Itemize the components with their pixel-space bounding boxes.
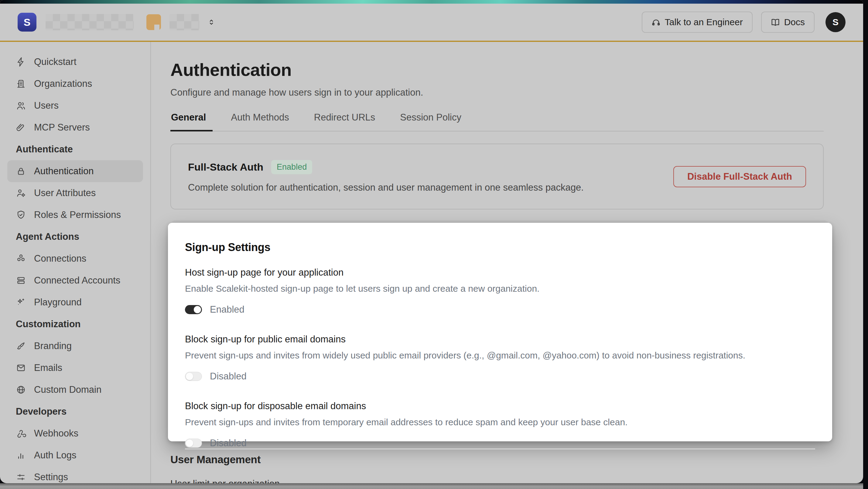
chevrons-up-down-icon[interactable] — [207, 18, 216, 26]
headphones-icon — [651, 18, 660, 27]
sidebar-item-emails[interactable]: Emails — [7, 357, 143, 379]
sidebar-item-user-attributes[interactable]: User Attributes — [7, 182, 143, 204]
page-subtitle: Configure and manage how users sign in t… — [170, 87, 824, 98]
signup-settings-spotlight: Sign-up Settings Host sign-up page for y… — [168, 223, 832, 441]
cubes-icon — [16, 254, 26, 264]
workspace-name-redacted — [45, 14, 134, 30]
block-public-email-toggle-label: Disabled — [210, 371, 247, 382]
block-disposable-email-toggle-label: Disabled — [210, 438, 247, 449]
user-limit-title: User limit per organization — [170, 478, 824, 483]
users-icon — [16, 100, 26, 111]
aurora-gradient-strip — [0, 0, 863, 4]
user-management-section: User Management User limit per organizat… — [170, 454, 824, 483]
sidebar-section-authenticate: Authenticate — [7, 138, 143, 160]
disable-fullstack-auth-button[interactable]: Disable Full-Stack Auth — [673, 166, 806, 187]
mail-icon — [16, 363, 26, 373]
shield-check-icon — [16, 210, 26, 220]
sparkles-icon — [16, 297, 26, 307]
block-public-email-toggle[interactable] — [185, 372, 202, 381]
setting-block-disposable-email: Block sign-up for disposable email domai… — [185, 401, 815, 449]
project-name-redacted — [169, 14, 199, 30]
top-bar-actions: Talk to an Engineer Docs S — [642, 11, 845, 33]
sidebar-item-mcp-servers[interactable]: MCP Servers — [7, 117, 143, 138]
user-management-title: User Management — [170, 454, 824, 466]
screen: S Talk to an Engineer — [0, 0, 868, 489]
logo: S — [18, 13, 36, 32]
user-gear-icon — [16, 188, 26, 198]
sidebar-item-connected-accounts[interactable]: Connected Accounts — [7, 269, 143, 291]
sliders-icon — [16, 472, 26, 482]
sidebar-item-organizations[interactable]: Organizations — [7, 73, 143, 95]
sidebar-item-connections[interactable]: Connections — [7, 248, 143, 269]
tab-auth-methods[interactable]: Auth Methods — [220, 112, 300, 131]
book-open-icon — [771, 18, 780, 27]
building-icon — [16, 78, 26, 89]
talk-to-engineer-label: Talk to an Engineer — [665, 17, 743, 27]
docs-button[interactable]: Docs — [761, 11, 814, 33]
paperclip-icon — [16, 122, 26, 133]
tab-bar: General Auth Methods Redirect URLs Sessi… — [170, 112, 824, 131]
signup-settings-card: Sign-up Settings Host sign-up page for y… — [168, 223, 832, 441]
globe-icon — [16, 385, 26, 395]
project-icon-redacted — [146, 14, 161, 30]
sidebar-section-agent-actions: Agent Actions — [7, 226, 143, 248]
lock-icon — [16, 166, 26, 176]
sidebar-item-auth-logs[interactable]: Auth Logs — [7, 445, 143, 466]
main-content: Authentication Configure and manage how … — [151, 42, 863, 483]
host-signup-toggle[interactable] — [185, 305, 202, 314]
sidebar-item-webhooks[interactable]: Webhooks — [7, 423, 143, 445]
zap-icon — [16, 57, 26, 67]
tab-session-policy[interactable]: Session Policy — [389, 112, 472, 131]
host-signup-toggle-label: Enabled — [210, 304, 245, 315]
fullstack-auth-title: Full-Stack Auth — [188, 161, 263, 173]
signup-settings-title: Sign-up Settings — [185, 241, 815, 254]
sidebar-item-authentication[interactable]: Authentication — [7, 160, 143, 182]
sidebar-item-roles-permissions[interactable]: Roles & Permissions — [7, 204, 143, 226]
docs-label: Docs — [784, 17, 805, 27]
desktop-background — [0, 483, 863, 489]
bar-chart-icon — [16, 450, 26, 460]
sidebar-section-customization: Customization — [7, 313, 143, 335]
sidebar-item-quickstart[interactable]: Quickstart — [7, 51, 143, 73]
user-avatar[interactable]: S — [826, 12, 845, 32]
setting-block-public-email: Block sign-up for public email domains P… — [185, 334, 815, 382]
fullstack-auth-card: Full-Stack Auth Enabled Complete solutio… — [170, 143, 824, 209]
block-disposable-email-toggle[interactable] — [185, 438, 202, 448]
sidebar-item-branding[interactable]: Branding — [7, 335, 143, 357]
sidebar-section-developers: Developers — [7, 401, 143, 423]
stacked-cards-icon — [16, 275, 26, 286]
talk-to-engineer-button[interactable]: Talk to an Engineer — [642, 11, 752, 33]
tab-redirect-urls[interactable]: Redirect URLs — [303, 112, 386, 131]
sidebar-item-playground[interactable]: Playground — [7, 291, 143, 313]
top-bar: S Talk to an Engineer — [0, 4, 863, 41]
sidebar-item-settings[interactable]: Settings — [7, 466, 143, 483]
paintbrush-icon — [16, 341, 26, 351]
enabled-badge: Enabled — [271, 160, 312, 174]
sidebar-item-users[interactable]: Users — [7, 95, 143, 117]
sidebar: Quickstart Organizations Users MCP Serve… — [0, 42, 151, 483]
sidebar-item-custom-domain[interactable]: Custom Domain — [7, 379, 143, 401]
card-divider — [185, 449, 815, 449]
workspace-switcher[interactable]: S — [18, 13, 216, 32]
tab-general[interactable]: General — [170, 112, 217, 131]
page-title: Authentication — [170, 60, 824, 80]
app-window: S Talk to an Engineer — [0, 0, 863, 483]
fullstack-auth-description: Complete solution for authentication, se… — [188, 182, 584, 193]
setting-host-signup-page: Host sign-up page for your application E… — [185, 267, 815, 315]
webhook-icon — [16, 428, 26, 438]
fullstack-auth-info: Full-Stack Auth Enabled Complete solutio… — [188, 160, 584, 193]
